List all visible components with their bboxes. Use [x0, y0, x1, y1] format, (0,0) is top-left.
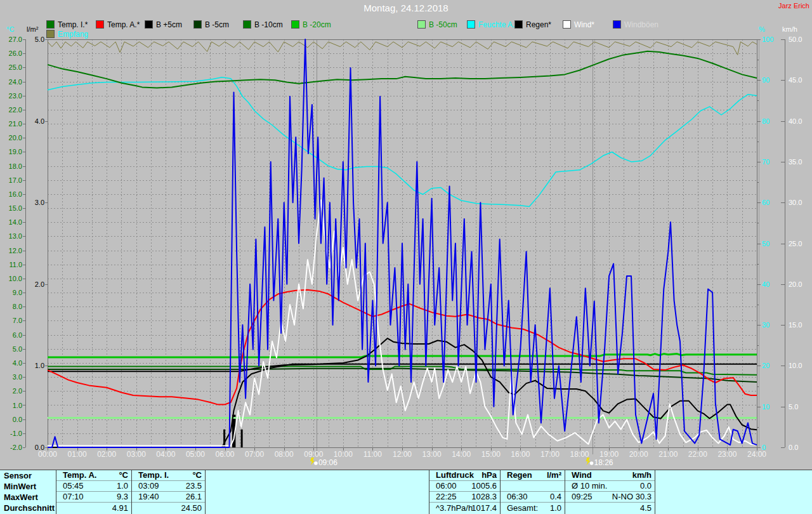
col-unit: °C — [192, 470, 202, 480]
rain-tick-label: 5.0 — [35, 36, 44, 43]
legend-swatch-b-50cm — [417, 20, 426, 29]
app-window: 27.026.025.024.023.022.021.020.019.018.0… — [0, 0, 812, 514]
min-time: Ø 10 min. — [572, 481, 607, 491]
temp-tick-label: 4.0 — [13, 359, 22, 367]
watermark-author: Jarz Erich — [778, 2, 809, 10]
temp-tick-label: -1.0 — [10, 430, 22, 437]
wind-tick-label: 40.0 — [789, 117, 802, 125]
hour-tick-label: 07:00 — [245, 450, 264, 459]
table-col-luftdruck: LuftdruckhPa 06:001005.6 22:251028.3 ^3.… — [429, 470, 501, 514]
min-time: 03:09 — [138, 481, 159, 491]
legend-label: B +5cm — [156, 20, 182, 29]
table-label-maxwert: MaxWert — [0, 492, 56, 503]
temp-tick-label: 5.0 — [13, 345, 22, 353]
table-col-temp-i: Temp. I.°C 03:0923.5 19:4026.1 24.50 — [131, 470, 206, 514]
legend-swatch-regen — [514, 20, 523, 29]
min-value: 0.0 — [640, 481, 652, 491]
legend-swatch-b-10cm — [243, 20, 251, 29]
avg-label: Gesamt: — [507, 503, 538, 513]
axis-unit-temp: °C — [6, 25, 14, 33]
table-label-durchschnitt: Durchschnitt — [0, 503, 56, 513]
hour-tick-label: 24:00 — [747, 450, 766, 459]
temp-tick-label: 17.0 — [9, 176, 22, 184]
temp-tick-label: 8.0 — [13, 303, 22, 310]
max-time: 07:10 — [63, 492, 84, 502]
min-value: 23.5 — [186, 481, 202, 491]
avg-value: 1.0 — [550, 503, 561, 513]
weather-chart[interactable]: 27.026.025.024.023.022.021.020.019.018.0… — [0, 0, 812, 470]
humidity-tick-label: 80 — [762, 117, 769, 125]
min-value: 1.0 — [117, 481, 128, 491]
legend-item-windb-en: Windböen — [613, 18, 658, 26]
hour-tick-label: 19:00 — [599, 450, 619, 459]
table-col-temp-a: Temp. A.°C 05:451.0 07:109.3 4.91 — [56, 470, 132, 514]
legend-label: Windböen — [624, 20, 658, 29]
hour-tick-label: 01:00 — [68, 450, 87, 459]
legend-item-b-20cm: B -20cm — [291, 18, 331, 26]
hour-tick-label: 17:00 — [540, 450, 560, 459]
legend-swatch-b-20cm — [291, 20, 299, 29]
event-marker-time: 09:06 — [318, 458, 337, 467]
humidity-tick-label: 100 — [762, 36, 773, 43]
temp-tick-label: 10.0 — [9, 275, 22, 282]
axis-unit-rain: l/m² — [27, 25, 38, 33]
humidity-tick-label: 20 — [762, 362, 769, 369]
max-time: 19:40 — [138, 492, 159, 502]
legend-label: Wind* — [574, 20, 594, 29]
col-header: Luftdruck — [436, 470, 474, 480]
sunset-icon — [586, 458, 594, 465]
table-spacer — [205, 470, 429, 514]
hour-tick-label: 18:00 — [570, 450, 589, 459]
table-label-minwert: MinWert — [0, 481, 56, 492]
legend-label: Regen* — [526, 20, 551, 29]
legend-item-b-5cm: B -5cm — [193, 18, 229, 26]
hour-tick-label: 06:00 — [215, 450, 234, 459]
hour-tick-label: 02:00 — [97, 450, 116, 459]
humidity-tick-label: 30 — [762, 321, 769, 329]
hour-tick-label: 03:00 — [127, 450, 146, 459]
temp-tick-label: 19.0 — [9, 148, 22, 155]
event-marker-time: 18:26 — [594, 458, 613, 467]
legend-item-b-5cm: B +5cm — [145, 18, 182, 26]
rain-tick-label: 3.0 — [35, 199, 44, 206]
temp-tick-label: 26.0 — [9, 49, 22, 57]
legend-swatch-temp-a — [96, 20, 104, 29]
temp-tick-label: 14.0 — [9, 218, 22, 226]
max-value: N-NO 30.3 — [612, 492, 652, 502]
wind-tick-label: 15.0 — [789, 321, 802, 329]
max-time: 09:25 — [572, 492, 593, 502]
rain-bar — [241, 430, 243, 447]
rain-tick-label: 2.0 — [35, 280, 44, 288]
temp-tick-label: 0.0 — [13, 416, 22, 423]
hour-tick-label: 08:00 — [275, 450, 294, 459]
table-row-labels: Sensor MinWert MaxWert Durchschnitt — [0, 470, 56, 514]
table-col-regen: Regenl/m² 06:300.4 Gesamt:1.0 — [500, 470, 565, 514]
temp-tick-label: 21.0 — [9, 120, 22, 128]
min-value: 1005.6 — [471, 481, 497, 491]
hour-tick-label: 15:00 — [481, 450, 501, 459]
wind-tick-label: 10.0 — [789, 362, 802, 369]
hour-tick-label: 16:00 — [511, 450, 530, 459]
table-label-sensor: Sensor — [0, 470, 56, 481]
rain-tick-label: 1.0 — [35, 362, 44, 369]
legend-item-temp-i: Temp. I.* — [46, 18, 88, 26]
legend-item-temp-a: Temp. A.* — [96, 18, 140, 26]
table-col-wind: Windkm/h Ø 10 min.0.0 09:25N-NO 30.3 4.5 — [565, 470, 655, 514]
temp-tick-label: 7.0 — [13, 317, 22, 324]
hour-tick-label: 23:00 — [717, 450, 737, 459]
hour-tick-label: 13:00 — [422, 450, 442, 459]
hour-tick-label: 00:00 — [38, 450, 57, 459]
temp-tick-label: 12.0 — [9, 247, 22, 254]
wind-tick-label: 5.0 — [789, 403, 798, 411]
min-time: 05:45 — [63, 481, 84, 491]
col-unit: l/m² — [547, 470, 561, 480]
temp-tick-label: 1.0 — [13, 402, 22, 409]
max-value: 0.4 — [550, 492, 561, 502]
temp-tick-label: 15.0 — [9, 204, 22, 212]
rain-tick-label: 4.0 — [35, 117, 44, 125]
legend-item-empfang: Empfang — [46, 28, 88, 36]
legend-item-regen: Regen* — [514, 18, 551, 26]
temp-tick-label: 16.0 — [9, 190, 22, 198]
max-value: 1028.3 — [471, 492, 497, 502]
humidity-tick-label: 60 — [762, 199, 769, 206]
